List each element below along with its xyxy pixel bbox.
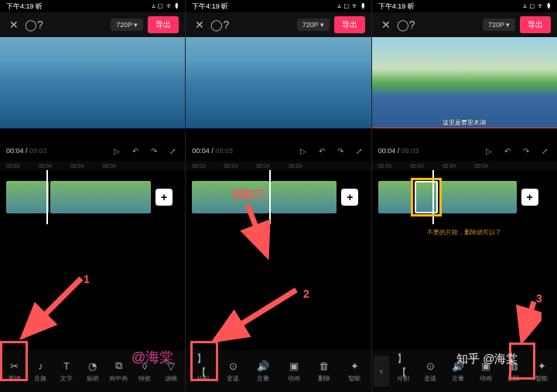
add-clip-button[interactable]: + <box>155 189 173 206</box>
panel-1: 下午4:19 昕 ⁂ ⬚ ᯤ ⬮ ✕ ◯? 720P ▾ 导出 00:04 / … <box>0 0 185 392</box>
play-icon[interactable]: ▷ <box>111 145 123 157</box>
fx-icon: ◊ <box>138 360 151 372</box>
playback-controls: 00:04 / 09:03 ▷ ↶ ↷ ⤢ <box>186 141 371 161</box>
status-bar: 下午4:19 昕 ⁂ ⬚ ᯤ ⬮ <box>372 0 557 12</box>
redo-icon[interactable]: ↷ <box>334 145 347 157</box>
back-button[interactable]: ‹ <box>374 356 389 387</box>
redo-icon[interactable]: ↷ <box>148 145 160 157</box>
pip-icon: ⧉ <box>112 360 125 372</box>
fullscreen-icon[interactable]: ⤢ <box>353 145 365 157</box>
text-icon: T <box>60 360 73 372</box>
trash-icon: 🗑 <box>318 360 330 372</box>
video-preview[interactable] <box>186 37 371 128</box>
tool-sticker[interactable]: ◔贴纸 <box>80 360 106 383</box>
resolution-button[interactable]: 720P ▾ <box>483 19 515 31</box>
tool-speed[interactable]: ⊙变速 <box>218 360 248 383</box>
tool-split[interactable]: 】【分割 <box>187 360 217 383</box>
video-preview[interactable]: 这里是赛里木湖 <box>372 37 557 128</box>
export-button[interactable]: 导出 <box>334 16 365 33</box>
tool-smart[interactable]: ✦智能 <box>339 360 369 383</box>
top-bar: ✕ ◯? 720P ▾ 导出 <box>372 12 557 37</box>
close-icon[interactable]: ✕ <box>378 17 394 32</box>
undo-icon[interactable]: ↶ <box>316 145 328 157</box>
redo-icon[interactable]: ↷ <box>520 145 532 157</box>
play-icon[interactable]: ▷ <box>297 145 309 157</box>
smart-icon: ✦ <box>535 360 548 372</box>
subtitle-text: 这里是赛里木湖 <box>443 118 486 127</box>
help-icon[interactable]: ◯? <box>26 17 42 32</box>
close-icon[interactable]: ✕ <box>6 17 22 32</box>
tool-audio[interactable]: ♪音频 <box>28 360 54 383</box>
export-button[interactable]: 导出 <box>520 16 551 33</box>
tool-pip[interactable]: ⧉画中画 <box>106 360 132 383</box>
speed-icon: ⊙ <box>424 360 436 372</box>
tool-filter[interactable]: ▽滤镜 <box>158 360 184 383</box>
timeline[interactable]: + <box>0 170 185 224</box>
fullscreen-icon[interactable]: ⤢ <box>538 145 551 157</box>
filter-icon: ▽ <box>165 360 177 372</box>
tool-cut[interactable]: ✂剪辑 <box>2 360 28 383</box>
playback-controls: 00:04 / 09:03 ▷ ↶ ↷ ⤢ <box>372 141 557 161</box>
tool-split[interactable]: 】【分割 <box>389 360 417 383</box>
tool-volume[interactable]: 🔊音量 <box>444 360 472 383</box>
help-icon[interactable]: ◯? <box>212 17 227 32</box>
timeline-ruler: 00:0300:0400:0400:04 <box>372 161 557 170</box>
vol-icon: 🔊 <box>257 360 269 372</box>
hint-text: 不要的片段，删除就可以了 <box>372 224 557 240</box>
tool-delete[interactable]: 🗑删除 <box>500 360 528 383</box>
vol-icon: 🔊 <box>452 360 464 372</box>
tool-anim[interactable]: ▣动画 <box>278 360 309 383</box>
tool-effect[interactable]: ◊特效 <box>132 360 158 383</box>
tool-volume[interactable]: 🔊音量 <box>248 360 278 383</box>
timeline[interactable]: + <box>372 170 557 224</box>
close-icon[interactable]: ✕ <box>192 17 207 32</box>
add-clip-button[interactable]: + <box>521 189 538 206</box>
anim-icon: ▣ <box>480 360 492 372</box>
resolution-button[interactable]: 720P ▾ <box>297 19 330 31</box>
note-icon: ♪ <box>34 360 46 372</box>
panel-3: 下午4:19 昕 ⁂ ⬚ ᯤ ⬮ ✕ ◯? 720P ▾ 导出 这里是赛里木湖 … <box>371 0 557 392</box>
timeline[interactable]: + <box>186 170 371 224</box>
tool-text[interactable]: T文字 <box>53 360 80 383</box>
help-icon[interactable]: ◯? <box>398 17 414 32</box>
top-bar: ✕ ◯? 720P ▾ 导出 <box>0 12 185 37</box>
tool-delete[interactable]: 🗑删除 <box>309 360 339 383</box>
top-bar: ✕ ◯? 720P ▾ 导出 <box>186 12 371 37</box>
anim-icon: ▣ <box>288 360 300 372</box>
timeline-ruler: 00:0300:0400:0400:04 <box>0 161 185 170</box>
timeline-ruler: 00:0300:0400:0400:04 <box>186 161 371 170</box>
resolution-button[interactable]: 720P ▾ <box>111 19 143 31</box>
fullscreen-icon[interactable]: ⤢ <box>166 145 179 157</box>
tool-smart[interactable]: ✦智能 <box>528 360 555 383</box>
speed-icon: ⊙ <box>227 360 239 372</box>
split-icon: 】【 <box>397 360 409 372</box>
playback-controls: 00:04 / 09:03 ▷ ↶ ↷ ⤢ <box>0 141 185 161</box>
split-icon: 】【 <box>196 360 209 372</box>
status-bar: 下午4:19 昕 ⁂ ⬚ ᯤ ⬮ <box>186 0 371 12</box>
tool-bar-clip: 】【分割 ⊙变速 🔊音量 ▣动画 🗑删除 ✦智能 <box>186 350 371 392</box>
smart-icon: ✦ <box>348 360 361 372</box>
trash-icon: 🗑 <box>507 360 520 372</box>
scissors-icon: ✂ <box>9 360 21 372</box>
undo-icon[interactable]: ↶ <box>501 145 514 157</box>
undo-icon[interactable]: ↶ <box>129 145 142 157</box>
tool-speed[interactable]: ⊙变速 <box>417 360 445 383</box>
panel-2: 下午4:19 昕 ⁂ ⬚ ᯤ ⬮ ✕ ◯? 720P ▾ 导出 00:04 / … <box>185 0 371 392</box>
status-bar: 下午4:19 昕 ⁂ ⬚ ᯤ ⬮ <box>0 0 185 12</box>
add-clip-button[interactable]: + <box>341 189 358 206</box>
tool-bar-main: ✂剪辑 ♪音频 T文字 ◔贴纸 ⧉画中画 ◊特效 ▽滤镜 <box>0 350 185 392</box>
tool-anim[interactable]: ▣动画 <box>472 360 500 383</box>
tool-bar-clip: ‹ 】【分割 ⊙变速 🔊音量 ▣动画 🗑删除 ✦智能 <box>372 350 557 392</box>
export-button[interactable]: 导出 <box>148 16 179 33</box>
clock-icon: ◔ <box>87 360 99 372</box>
video-preview[interactable] <box>0 37 185 128</box>
play-icon[interactable]: ▷ <box>483 145 495 157</box>
